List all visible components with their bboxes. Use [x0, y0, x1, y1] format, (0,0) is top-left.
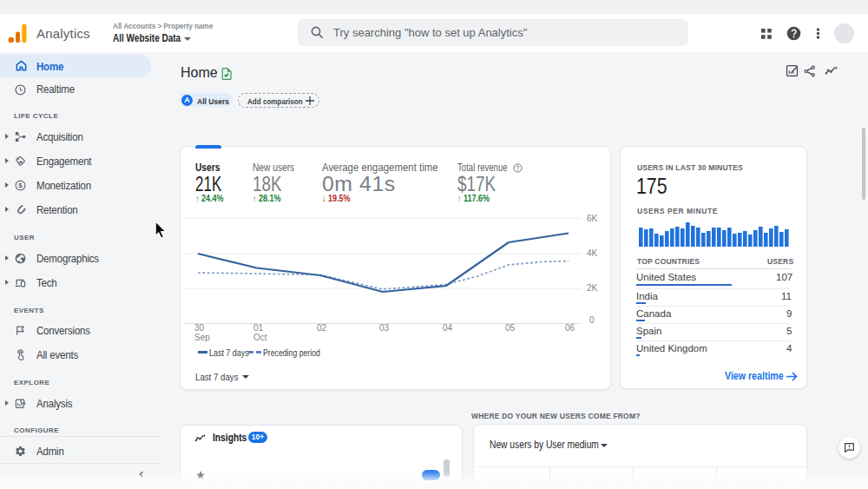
svg-text:01: 01	[253, 323, 264, 333]
svg-text:03: 03	[379, 323, 390, 333]
svg-text:05: 05	[505, 323, 516, 333]
svg-text:30: 30	[194, 323, 205, 333]
svg-text:2K: 2K	[587, 283, 598, 293]
svg-text:Sep: Sep	[194, 333, 210, 342]
svg-text:6K: 6K	[587, 214, 598, 223]
svg-text:$: $	[18, 182, 23, 189]
svg-text:Oct: Oct	[253, 333, 267, 342]
svg-text:02: 02	[317, 323, 327, 333]
svg-text:0: 0	[589, 315, 595, 325]
svg-text:06: 06	[565, 323, 575, 333]
svg-text:4K: 4K	[587, 248, 598, 258]
svg-text:04: 04	[443, 323, 453, 333]
